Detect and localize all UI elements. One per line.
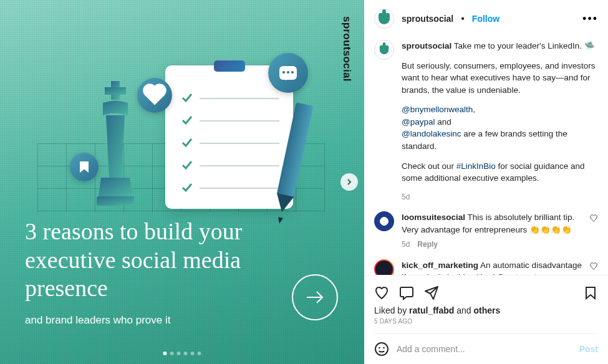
post-timestamp: 5 days ago	[374, 317, 598, 331]
svg-rect-2	[97, 196, 134, 206]
caption-avatar[interactable]	[374, 40, 394, 60]
commenter-username[interactable]: kick_off_marketing	[402, 261, 478, 270]
mention-link[interactable]: @paypal	[402, 117, 435, 127]
post-footer: Liked by ratul_ffabd and others 5 days a…	[364, 275, 608, 364]
commenter-avatar[interactable]	[374, 259, 394, 275]
slide-text: 3 reasons to build your executive social…	[25, 218, 289, 327]
mention-link[interactable]: @landolakesinc	[402, 129, 461, 138]
chess-king-icon	[94, 81, 137, 206]
post-header: sproutsocial • Follow •••	[364, 0, 608, 37]
save-button[interactable]	[583, 285, 598, 300]
caption-time: 5d	[402, 192, 598, 203]
separator: •	[461, 13, 465, 24]
hashtag-link[interactable]: #LinkInBio	[456, 161, 496, 171]
reply-button[interactable]: Reply	[417, 240, 438, 249]
follow-button[interactable]: Follow	[472, 14, 499, 24]
author-username[interactable]: sproutsocial	[402, 14, 453, 24]
caption: sproutsocial Take me to your leader's Li…	[374, 40, 598, 203]
brand-watermark: sproutsocial	[340, 16, 353, 82]
commenter-avatar[interactable]	[374, 211, 394, 231]
comment: loomsuitesocial This is absolutely brill…	[374, 211, 598, 251]
svg-rect-1	[105, 87, 126, 95]
action-bar	[374, 282, 598, 304]
caption-username[interactable]: sproutsocial	[402, 41, 451, 50]
heart-bubble-icon	[137, 78, 172, 113]
svg-point-4	[379, 347, 380, 349]
comment-input[interactable]	[397, 344, 572, 354]
likes-summary[interactable]: Liked by ratul_ffabd and others	[374, 304, 598, 317]
bookmark-bubble-icon	[70, 153, 99, 181]
mention-link[interactable]: @bnymellonwealth	[402, 105, 473, 114]
chevron-right-icon	[345, 178, 353, 186]
commenter-username[interactable]: loomsuitesocial	[402, 213, 465, 222]
comment-button[interactable]	[399, 285, 414, 300]
post-comment-button[interactable]: Post	[579, 344, 598, 354]
share-button[interactable]	[424, 285, 439, 300]
chat-bubble-icon	[268, 53, 308, 93]
emoji-picker-button[interactable]	[374, 342, 389, 357]
caption-text: sproutsocial Take me to your leader's Li…	[402, 40, 598, 203]
svg-point-5	[383, 347, 385, 349]
comments-scroll[interactable]: sproutsocial Take me to your leader's Li…	[364, 37, 608, 275]
comment: kick_off_marketing An automatic disadvan…	[374, 259, 598, 275]
post-image-carousel[interactable]: sproutsocial 3 reasons	[0, 0, 364, 364]
arrow-right-icon	[304, 287, 326, 308]
add-comment-row: Post	[374, 333, 598, 364]
carousel-next-button[interactable]	[340, 173, 358, 191]
slide-headline: 3 reasons to build your executive social…	[25, 218, 289, 303]
hero-illustration	[37, 34, 331, 215]
like-comment-button[interactable]	[589, 262, 598, 271]
slide-arrow-cta[interactable]	[292, 274, 338, 320]
like-button[interactable]	[374, 285, 389, 300]
post-sidebar: sproutsocial • Follow ••• sproutsocial T…	[364, 0, 608, 364]
carousel-pager	[163, 352, 201, 355]
slide-subhead: and brand leaders who prove it	[25, 314, 289, 327]
author-avatar[interactable]	[374, 9, 394, 29]
more-options-button[interactable]: •••	[582, 12, 598, 26]
svg-point-3	[375, 343, 388, 355]
like-comment-button[interactable]	[589, 214, 598, 223]
